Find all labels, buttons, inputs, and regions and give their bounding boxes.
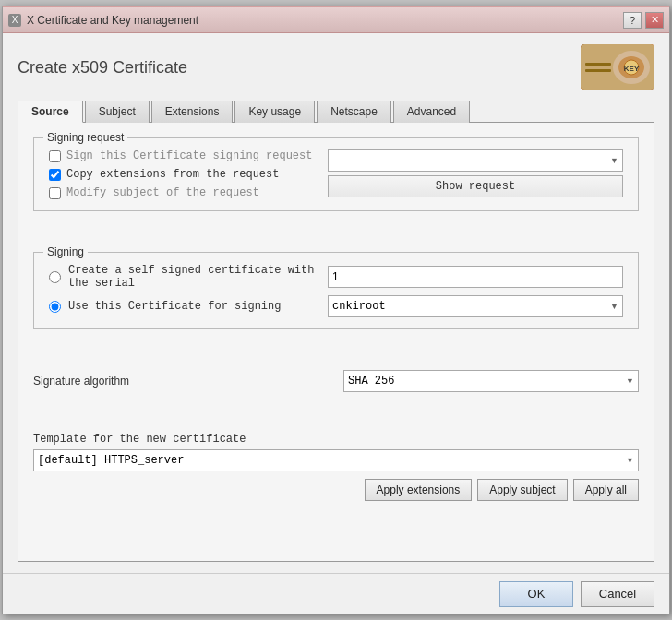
use-cert-row: Use this Certificate for signing cnkiroo…: [49, 295, 623, 317]
self-signed-row: Create a self signed certificate with th…: [49, 264, 623, 290]
modify-subject-row: Modify subject of the request: [49, 186, 320, 199]
template-dropdown[interactable]: [default] HTTPS_server: [33, 449, 639, 471]
serial-input-wrap: [328, 266, 623, 288]
signing-request-checkboxes: Sign this Certificate signing request Co…: [49, 149, 320, 199]
tab-subject[interactable]: Subject: [85, 101, 150, 123]
main-window: X X Certificate and Key management ? ✕ C…: [2, 6, 670, 614]
tab-advanced[interactable]: Advanced: [393, 101, 470, 123]
sign-csr-checkbox[interactable]: [49, 150, 61, 162]
signing-request-label: Signing request: [43, 131, 127, 144]
use-cert-radio[interactable]: [49, 301, 61, 313]
cancel-button[interactable]: Cancel: [581, 581, 654, 607]
cert-dropdown[interactable]: cnkiroot: [328, 295, 623, 317]
template-label: Template for the new certificate: [33, 433, 639, 446]
ok-button[interactable]: OK: [499, 581, 573, 607]
apply-subject-button[interactable]: Apply subject: [477, 479, 567, 501]
svg-rect-6: [585, 69, 611, 72]
sig-algo-label: Signature algorithm: [33, 375, 336, 388]
sig-algo-select-wrap: SHA 256 SHA 384 SHA 512 SHA 1 MD5: [343, 370, 639, 392]
csr-dropdown-wrap: [328, 149, 623, 172]
modify-subject-label[interactable]: Modify subject of the request: [66, 186, 259, 199]
tab-source[interactable]: Source: [18, 101, 83, 123]
tabs-bar: Source Subject Extensions Key usage Nets…: [18, 100, 654, 123]
copy-extensions-checkbox[interactable]: [49, 169, 61, 181]
separator-2: [33, 344, 639, 355]
signing-request-controls: Show request: [328, 149, 623, 197]
self-signed-radio[interactable]: [49, 271, 61, 283]
template-section: Template for the new certificate [defaul…: [33, 433, 639, 501]
bottom-bar: OK Cancel: [3, 573, 669, 614]
tab-key-usage[interactable]: Key usage: [234, 101, 315, 123]
modify-subject-checkbox[interactable]: [49, 187, 61, 199]
title-bar-left: X X Certificate and Key management: [8, 14, 198, 27]
serial-input[interactable]: [328, 266, 623, 288]
dialog-header: Create x509 Certificate KEY: [18, 44, 654, 90]
svg-rect-5: [585, 63, 611, 66]
signing-group: Signing Create a self signed certificate…: [33, 252, 639, 329]
apply-extensions-button[interactable]: Apply extensions: [365, 479, 473, 501]
svg-text:KEY: KEY: [624, 65, 640, 73]
close-button[interactable]: ✕: [645, 12, 664, 29]
apply-all-button[interactable]: Apply all: [573, 479, 639, 501]
signing-request-row: Sign this Certificate signing request Co…: [49, 149, 623, 199]
separator-3: [33, 407, 639, 418]
separator-1: [33, 226, 639, 237]
copy-extensions-row: Copy extensions from the request: [49, 168, 320, 181]
apply-buttons-row: Apply extensions Apply subject Apply all: [33, 479, 639, 501]
window-icon: X: [8, 14, 21, 27]
sign-csr-row: Sign this Certificate signing request: [49, 149, 320, 162]
sig-algo-dropdown[interactable]: SHA 256 SHA 384 SHA 512 SHA 1 MD5: [343, 370, 639, 392]
tab-extensions[interactable]: Extensions: [151, 101, 234, 123]
title-bar: X X Certificate and Key management ? ✕: [3, 7, 669, 33]
template-dropdown-wrap: [default] HTTPS_server: [33, 449, 639, 471]
help-button[interactable]: ?: [623, 12, 642, 29]
signing-section: Create a self signed certificate with th…: [49, 264, 623, 317]
dialog-logo: KEY: [581, 44, 654, 90]
self-signed-label[interactable]: Create a self signed certificate with th…: [68, 264, 320, 290]
copy-extensions-label[interactable]: Copy extensions from the request: [66, 168, 279, 181]
use-cert-label[interactable]: Use this Certificate for signing: [68, 300, 320, 313]
sig-algo-row: Signature algorithm SHA 256 SHA 384 SHA …: [33, 370, 639, 392]
tab-netscape[interactable]: Netscape: [317, 101, 391, 123]
logo-image: KEY: [581, 44, 654, 90]
dialog-title: Create x509 Certificate: [18, 58, 187, 78]
main-panel: Signing request Sign this Certificate si…: [18, 123, 654, 562]
signing-label: Signing: [43, 245, 88, 258]
csr-dropdown[interactable]: [328, 149, 623, 172]
signing-request-group: Signing request Sign this Certificate si…: [33, 137, 639, 211]
window-title: X Certificate and Key management: [27, 14, 198, 27]
show-request-button[interactable]: Show request: [328, 175, 623, 197]
sign-csr-label[interactable]: Sign this Certificate signing request: [66, 149, 312, 162]
title-bar-buttons: ? ✕: [623, 12, 664, 29]
cert-dropdown-wrap: cnkiroot: [328, 295, 623, 317]
window-content: Create x509 Certificate KEY Source: [3, 33, 669, 573]
